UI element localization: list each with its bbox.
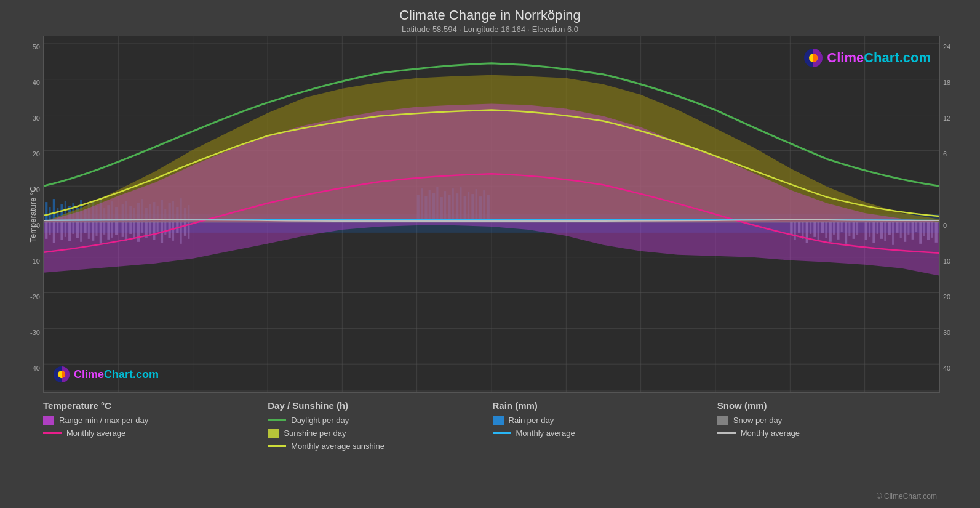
y-right-tick-0: 0 bbox=[943, 222, 947, 229]
logo-text-bottom: ClimeChart.com bbox=[74, 368, 159, 381]
legend-swatch-sunshine bbox=[268, 429, 279, 438]
y-tick-50: 50 bbox=[33, 43, 40, 50]
legend-snow-avg-label: Monthly average bbox=[741, 429, 800, 438]
legend-area: Temperature °C Range min / max per day M… bbox=[0, 391, 980, 508]
y-right-tick-20: 20 bbox=[943, 293, 950, 300]
legend-line-daylight bbox=[268, 419, 286, 421]
y-tick-neg40: -40 bbox=[30, 365, 40, 372]
logo-domain: .com bbox=[899, 50, 931, 65]
y-right-tick-40: 40 bbox=[943, 365, 950, 372]
y-tick-20: 20 bbox=[33, 150, 40, 158]
legend-sunshine-day: Sunshine per day bbox=[268, 429, 487, 438]
legend-sunshine-avg: Monthly average sunshine bbox=[268, 441, 487, 451]
legend-temp-range-label: Range min / max per day bbox=[59, 416, 148, 425]
logo-icon-bottom bbox=[53, 366, 70, 383]
legend-line-snow-avg bbox=[717, 432, 736, 434]
legend-temp-avg: Monthly average bbox=[43, 429, 263, 438]
logo-chart-bottom: Chart.com bbox=[104, 368, 159, 381]
logo-clime-bottom: Clime bbox=[74, 368, 104, 381]
legend-temp-range: Range min / max per day bbox=[43, 416, 263, 425]
legend-group-rain: Rain (mm) Rain per day Monthly average bbox=[493, 400, 712, 502]
logo-bottom-left: ClimeChart.com bbox=[53, 366, 159, 383]
legend-group-sunshine: Day / Sunshine (h) Daylight per day Suns… bbox=[268, 400, 487, 502]
legend-snow-day-label: Snow per day bbox=[733, 416, 783, 425]
y-label-left: Temperature °C bbox=[28, 186, 38, 242]
legend-snow-avg: Monthly average bbox=[717, 429, 937, 438]
legend-temp-avg-label: Monthly average bbox=[66, 429, 125, 438]
logo-top-right: ClimeChart.com bbox=[803, 48, 931, 68]
y-right-tick-30: 30 bbox=[943, 329, 950, 336]
legend-temp-title: Temperature °C bbox=[43, 400, 263, 411]
logo-icon bbox=[803, 48, 823, 68]
legend-rain-day-label: Rain per day bbox=[509, 416, 554, 425]
legend-swatch-rain bbox=[493, 416, 504, 425]
svg-rect-25 bbox=[45, 202, 47, 222]
y-tick-40: 40 bbox=[33, 79, 40, 86]
y-right-tick-24: 24 bbox=[943, 43, 950, 50]
legend-sunshine-avg-label: Monthly average sunshine bbox=[291, 441, 384, 451]
legend-line-sunshine-avg bbox=[268, 445, 286, 447]
chart-svg bbox=[44, 36, 939, 392]
y-tick-0: 0 bbox=[36, 222, 40, 229]
y-axis-right: 24 18 12 6 0 10 20 30 40 Day / Sunshine … bbox=[940, 36, 980, 393]
chart-layout: Temperature °C 50 40 30 20 10 0 -10 -20 … bbox=[0, 36, 980, 393]
legend-group-snow: Snow (mm) Snow per day Monthly average bbox=[717, 400, 937, 502]
legend-swatch-snow bbox=[717, 416, 728, 425]
legend-daylight: Daylight per day bbox=[268, 416, 487, 425]
legend-rain-avg-label: Monthly average bbox=[516, 429, 575, 438]
legend-sunshine-day-label: Sunshine per day bbox=[284, 429, 346, 438]
chart-title: Climate Change in Norrköping bbox=[0, 0, 980, 23]
legend-snow-title: Snow (mm) bbox=[717, 400, 937, 411]
y-right-tick-18: 18 bbox=[943, 79, 950, 86]
y-right-tick-12: 12 bbox=[943, 115, 950, 122]
legend-group-temperature: Temperature °C Range min / max per day M… bbox=[43, 400, 263, 502]
legend-rain-day: Rain per day bbox=[493, 416, 712, 425]
logo-chart: Chart bbox=[864, 50, 899, 65]
y-tick-neg10: -10 bbox=[30, 257, 40, 265]
page-container: Climate Change in Norrköping Latitude 58… bbox=[0, 0, 980, 508]
y-tick-neg20: -20 bbox=[30, 293, 40, 300]
chart-inner: ClimeChart.com bbox=[43, 36, 940, 393]
legend-sunshine-title: Day / Sunshine (h) bbox=[268, 400, 487, 411]
y-tick-neg30: -30 bbox=[30, 329, 40, 336]
legend-swatch-temp-range bbox=[43, 416, 54, 425]
copyright: © ClimeChart.com bbox=[877, 492, 937, 501]
legend-snow-day: Snow per day bbox=[717, 416, 937, 425]
logo-text-top: ClimeChart.com bbox=[827, 50, 931, 66]
legend-daylight-label: Daylight per day bbox=[291, 416, 349, 425]
y-axis-left: Temperature °C 50 40 30 20 10 0 -10 -20 … bbox=[0, 36, 43, 393]
y-tick-30: 30 bbox=[33, 115, 40, 122]
legend-rain-avg: Monthly average bbox=[493, 429, 712, 438]
y-right-tick-6: 6 bbox=[943, 150, 947, 158]
legend-line-temp-avg bbox=[43, 432, 62, 434]
legend-line-rain-avg bbox=[493, 432, 511, 434]
logo-clime: Clime bbox=[827, 50, 864, 65]
svg-rect-157 bbox=[44, 222, 939, 223]
legend-rain-title: Rain (mm) bbox=[493, 400, 712, 411]
chart-subtitle: Latitude 58.594 · Longitude 16.164 · Ele… bbox=[0, 25, 980, 34]
y-right-tick-10: 10 bbox=[943, 257, 950, 265]
y-tick-10: 10 bbox=[33, 186, 40, 193]
